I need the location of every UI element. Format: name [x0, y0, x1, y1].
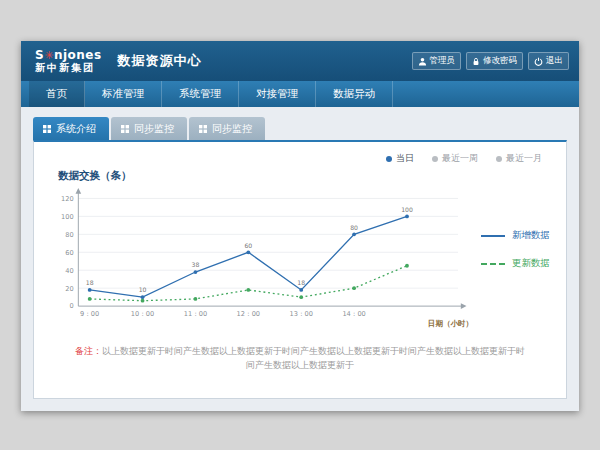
note-prefix: 备注： — [75, 346, 102, 356]
svg-text:100: 100 — [401, 206, 413, 213]
logo-star-icon: ✳ — [44, 49, 54, 62]
logo-text: S✳njones — [35, 49, 102, 62]
header-actions: 管理员 修改密码 退出 — [412, 52, 570, 70]
nav-item-standard-mgmt[interactable]: 标准管理 — [85, 81, 162, 107]
svg-text:60: 60 — [244, 242, 252, 249]
app-header: S✳njones 新中新集团 数据资源中心 管理员 修改密码 — [21, 41, 579, 81]
legend-dot-icon — [386, 156, 392, 162]
dotted-line-icon — [481, 263, 505, 265]
chart-y-axis-title: 数据交换（条） — [58, 169, 566, 183]
grid-icon — [121, 124, 129, 135]
content-area: 系统介绍 同步监控 同步监控 — [21, 107, 579, 411]
svg-text:14：00: 14：00 — [342, 311, 365, 319]
tab-sync-monitor-2[interactable]: 同步监控 — [189, 117, 265, 140]
svg-text:10：00: 10：00 — [131, 311, 154, 319]
svg-text:40: 40 — [65, 267, 73, 275]
grid-icon — [43, 124, 51, 135]
page-background: S✳njones 新中新集团 数据资源中心 管理员 修改密码 — [0, 0, 600, 450]
series-legend: 新增数据 更新数据 — [481, 229, 550, 270]
svg-text:80: 80 — [65, 231, 73, 239]
range-filter-legend: 当日 最近一周 最近一月 — [34, 142, 566, 165]
nav-item-data-change[interactable]: 数据异动 — [316, 81, 393, 107]
svg-text:120: 120 — [61, 195, 74, 203]
solid-line-icon — [481, 235, 505, 237]
svg-text:日期（小时）: 日期（小时） — [428, 319, 473, 328]
logout-button[interactable]: 退出 — [528, 52, 569, 70]
svg-text:11：00: 11：00 — [184, 311, 207, 319]
svg-text:10: 10 — [139, 286, 147, 293]
nav-item-integration-mgmt[interactable]: 对接管理 — [239, 81, 316, 107]
change-password-button[interactable]: 修改密码 — [466, 52, 523, 70]
footer-note: 备注：以上数据更新于时间产生数据以上数据更新于时间产生数据以上数据更新于时间产生… — [34, 345, 566, 398]
filter-last-week[interactable]: 最近一周 — [432, 152, 478, 165]
legend-dot-icon — [496, 156, 502, 162]
lock-icon — [472, 57, 480, 66]
legend-item-new-data: 新增数据 — [481, 229, 550, 242]
svg-text:20: 20 — [65, 285, 73, 293]
svg-text:38: 38 — [192, 261, 200, 268]
logo: S✳njones 新中新集团 — [35, 49, 102, 73]
tab-system-intro[interactable]: 系统介绍 — [33, 117, 109, 140]
legend-dot-icon — [432, 156, 438, 162]
nav-item-system-mgmt[interactable]: 系统管理 — [162, 81, 239, 107]
tab-bar: 系统介绍 同步监控 同步监控 — [33, 117, 567, 140]
power-icon — [534, 57, 543, 66]
chart-row: 0204060801001209：0010：0011：0012：0013：001… — [34, 185, 566, 329]
note-text: 以上数据更新于时间产生数据以上数据更新于时间产生数据以上数据更新于时间产生数据以… — [102, 346, 525, 370]
nav-item-home[interactable]: 首页 — [29, 81, 85, 107]
user-icon — [418, 57, 427, 66]
svg-text:9：00: 9：00 — [80, 311, 99, 319]
logo-company-name: 新中新集团 — [35, 62, 102, 73]
line-chart: 0204060801001209：0010：0011：0012：0013：001… — [50, 185, 475, 329]
tab-sync-monitor-1[interactable]: 同步监控 — [111, 117, 187, 140]
app-window: S✳njones 新中新集团 数据资源中心 管理员 修改密码 — [21, 41, 579, 411]
svg-text:0: 0 — [69, 302, 73, 310]
chart-panel: 当日 最近一周 最近一月 数据交换（条） 0204060801001209：00… — [33, 140, 567, 399]
svg-text:13：00: 13：00 — [290, 311, 313, 319]
admin-user-button[interactable]: 管理员 — [412, 52, 462, 70]
grid-icon — [199, 124, 207, 135]
svg-text:12：00: 12：00 — [237, 311, 260, 319]
svg-text:18: 18 — [86, 279, 94, 286]
svg-text:18: 18 — [297, 279, 305, 286]
page-title: 数据资源中心 — [118, 52, 202, 70]
filter-today[interactable]: 当日 — [386, 152, 414, 165]
main-nav: 首页 标准管理 系统管理 对接管理 数据异动 — [21, 81, 579, 107]
svg-text:80: 80 — [350, 224, 358, 231]
svg-text:100: 100 — [61, 213, 74, 221]
filter-last-month[interactable]: 最近一月 — [496, 152, 542, 165]
legend-item-update-data: 更新数据 — [481, 257, 550, 270]
svg-text:60: 60 — [65, 249, 73, 257]
